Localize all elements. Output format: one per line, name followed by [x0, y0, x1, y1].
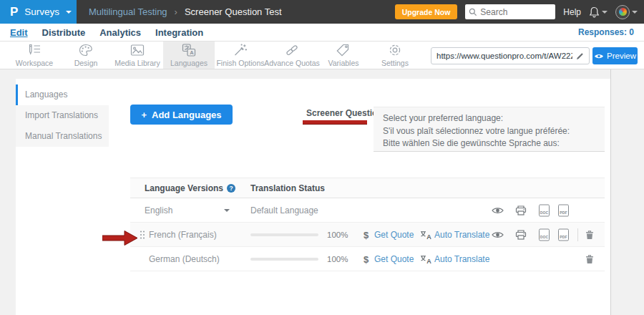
- add-languages-button[interactable]: + Add Languages: [130, 105, 233, 125]
- auto-translate-link[interactable]: Auto Translate: [434, 254, 489, 264]
- settings-icon: [387, 43, 403, 57]
- language-versions-table: Language Versions ? Translation Status E…: [130, 178, 605, 271]
- auto-translate-link[interactable]: Auto Translate: [434, 230, 489, 240]
- breadcrumb-parent[interactable]: Multilingual Testing: [89, 6, 167, 17]
- account-menu[interactable]: [615, 5, 638, 19]
- toolbar-item-variables[interactable]: Variables: [318, 42, 369, 69]
- chevron-down-icon: [602, 11, 608, 14]
- eye-icon: [492, 231, 504, 238]
- language-name: German (Deutsch): [149, 254, 220, 264]
- advance-quotas-icon: [284, 43, 300, 57]
- survey-nav: Edit Distribute Analytics Integration Re…: [0, 24, 644, 42]
- upgrade-now-button[interactable]: Upgrade Now: [395, 4, 458, 19]
- avatar-logo: [619, 8, 627, 16]
- breadcrumb: Multilingual Testing › Screener Question…: [89, 6, 282, 17]
- divider: [577, 228, 578, 241]
- export-doc-icon[interactable]: DOC: [539, 204, 550, 216]
- get-quote-link[interactable]: Get Quote: [374, 254, 414, 264]
- language-name: French (Français): [149, 230, 217, 240]
- screener-question-preview: Select your preferred language: S'il vou…: [374, 107, 605, 152]
- delete-language-button[interactable]: [585, 254, 594, 264]
- translate-icon[interactable]: A: [420, 230, 432, 239]
- header-actions: Upgrade Now Help: [395, 4, 644, 19]
- table-row-german: German (Deutsch) 100% $ Get Quote A Auto…: [130, 247, 605, 271]
- toolbar-item-languages[interactable]: A Languages: [163, 42, 215, 69]
- screener-line-english: Select your preferred language:: [383, 112, 595, 125]
- edit-toolbar: Workspace Design Media Library: [0, 42, 644, 69]
- trash-icon: [585, 254, 594, 264]
- printer-icon: [515, 205, 527, 215]
- toolbar-item-label: Finish Options: [216, 59, 264, 67]
- design-icon: [78, 43, 94, 57]
- survey-url-box[interactable]: [431, 47, 590, 64]
- preview-button[interactable]: Preview: [592, 47, 638, 64]
- languages-sidebar: Languages Import Translations Manual Tra…: [16, 84, 109, 147]
- add-languages-label: Add Languages: [152, 110, 222, 120]
- printer-icon: [515, 229, 527, 240]
- print-button[interactable]: [515, 229, 527, 240]
- toolbar-item-label: Variables: [328, 59, 359, 67]
- chevron-down-icon[interactable]: [224, 209, 230, 212]
- chevron-down-icon: [66, 11, 72, 14]
- translation-progress-bar: [250, 258, 318, 261]
- help-icon[interactable]: ?: [227, 184, 235, 193]
- eye-icon: [492, 206, 504, 214]
- languages-panel: Languages Import Translations Manual Tra…: [16, 79, 610, 315]
- tab-analytics[interactable]: Analytics: [99, 27, 141, 38]
- annotation-underline: [303, 120, 367, 124]
- dollar-icon[interactable]: $: [364, 229, 369, 240]
- media-library-icon: [130, 43, 145, 57]
- preview-language-button[interactable]: [492, 206, 504, 214]
- export-doc-icon[interactable]: DOC: [539, 228, 550, 241]
- tab-integration[interactable]: Integration: [155, 27, 203, 38]
- table-row-french: French (Français) 100% $ Get Quote A Aut…: [130, 223, 605, 247]
- chevron-down-icon: [632, 11, 638, 14]
- sidebar-item-manual-translations[interactable]: Manual Translations: [16, 126, 109, 147]
- toolbar-item-advance-quotas[interactable]: Advance Quotas: [266, 42, 318, 69]
- translate-letter: A: [426, 233, 431, 239]
- preview-language-button[interactable]: [492, 231, 504, 238]
- table-row-english: English Default Language: [130, 198, 605, 223]
- surveys-product-menu[interactable]: P Surveys: [0, 0, 77, 24]
- language-versions-header-label: Language Versions: [145, 183, 223, 193]
- toolbar-item-label: Media Library: [114, 59, 160, 67]
- drag-handle[interactable]: [140, 230, 145, 239]
- dollar-icon[interactable]: $: [364, 253, 369, 264]
- tab-edit[interactable]: Edit: [10, 27, 28, 38]
- export-pdf-icon[interactable]: PDF: [558, 228, 569, 241]
- toolbar-item-finish-options[interactable]: Finish Options: [215, 42, 266, 69]
- toolbar-item-media-library[interactable]: Media Library: [112, 42, 163, 69]
- search-icon: [469, 8, 477, 16]
- questionpro-logo: P: [10, 5, 18, 19]
- screener-line-french: S'il vous plaît sélectionnez votre langu…: [383, 125, 595, 138]
- column-translation-status: Translation Status: [250, 183, 325, 193]
- toolbar-item-settings[interactable]: Settings: [369, 42, 421, 69]
- sidebar-item-import-translations[interactable]: Import Translations: [16, 105, 109, 126]
- toolbar-item-workspace[interactable]: Workspace: [9, 42, 60, 69]
- translation-status-value: Default Language: [250, 205, 318, 215]
- sidebar-item-languages[interactable]: Languages: [16, 84, 109, 105]
- language-select[interactable]: English: [145, 205, 172, 215]
- translate-letter: A: [426, 257, 431, 263]
- translate-icon[interactable]: A: [420, 254, 432, 263]
- breadcrumb-separator-icon: ›: [175, 6, 177, 17]
- tab-distribute[interactable]: Distribute: [42, 27, 86, 38]
- survey-url-input[interactable]: [436, 52, 572, 60]
- export-pdf-icon[interactable]: PDF: [558, 204, 569, 216]
- annotation-arrow: [102, 230, 138, 246]
- preview-eye-icon: [594, 53, 604, 59]
- toolbar-item-design[interactable]: Design: [60, 42, 112, 69]
- notifications-menu[interactable]: [589, 6, 608, 18]
- scrollbar[interactable]: [610, 69, 611, 315]
- edit-url-pencil-icon[interactable]: [576, 52, 584, 60]
- drag-dots-icon: [140, 230, 145, 239]
- help-link[interactable]: Help: [563, 7, 581, 17]
- preview-button-label: Preview: [607, 52, 636, 60]
- search-input[interactable]: [480, 7, 552, 17]
- delete-language-button[interactable]: [585, 230, 594, 240]
- search-box[interactable]: [465, 4, 555, 19]
- responses-count[interactable]: Responses: 0: [578, 27, 634, 37]
- print-button[interactable]: [515, 205, 527, 215]
- get-quote-link[interactable]: Get Quote: [374, 230, 414, 240]
- toolbar-item-label: Settings: [381, 59, 409, 67]
